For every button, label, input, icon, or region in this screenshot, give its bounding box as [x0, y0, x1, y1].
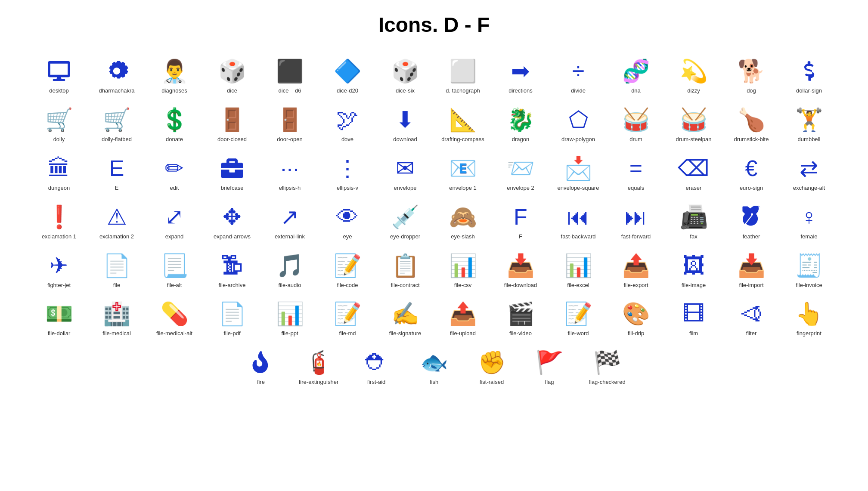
dog-label: dog: [747, 87, 756, 95]
icon-item-envelope 1: 📧envelope 1: [435, 151, 491, 195]
file-import-icon: 📥: [738, 253, 766, 278]
icon-item-euro-sign: €euro-sign: [723, 151, 779, 195]
dice-six-icon: 🎲: [391, 58, 419, 84]
icon-item-file-image: 🖼file-image: [666, 248, 722, 293]
female-label: female: [800, 233, 817, 241]
drafting-compass-label: drafting-compass: [441, 136, 484, 143]
envelope 1-label: envelope 1: [449, 185, 477, 192]
file-word-label: file-word: [567, 330, 589, 337]
icon-item-file-dollar: 💵file-dollar: [31, 296, 87, 341]
icon-item-female: ♀female: [781, 200, 837, 244]
door-open-icon: 🚪: [276, 107, 304, 133]
dice – d6-label: dice – d6: [279, 87, 301, 95]
exclamation 1-icon: ❗: [45, 204, 73, 230]
equals-label: equals: [628, 185, 644, 192]
dove-label: dove: [341, 136, 353, 143]
icon-item-file-archive: 🗜file-archive: [204, 248, 260, 293]
icon-item-file-contract: 📋file-contract: [377, 248, 433, 293]
icon-item-file: 📄file: [89, 248, 145, 293]
icon-item-file-signature: ✍file-signature: [377, 296, 433, 341]
door-closed-label: door-closed: [217, 136, 247, 143]
file-code-label: file-code: [337, 282, 358, 289]
icon-item-exclamation 1: ❗exclamation 1: [31, 200, 87, 244]
diagnoses-label: diagnoses: [161, 87, 187, 95]
fast-backward-label: fast-backward: [561, 233, 596, 241]
ellipsis-h-label: ellipsis-h: [279, 185, 301, 192]
eye-slash-icon: 🙈: [449, 204, 477, 230]
icon-item-exclamation 2: ⚠exclamation 2: [89, 200, 145, 244]
dumbbell-icon: 🏋: [795, 107, 823, 133]
dolly-icon: 🛒: [45, 107, 73, 133]
dharmachakra-icon: [105, 58, 128, 84]
icon-item-exchange-alt: ⇄exchange-alt: [781, 151, 837, 195]
icon-item-dice – d6: ⬛dice – d6: [262, 54, 318, 98]
drafting-compass-icon: 📐: [449, 107, 477, 133]
dolly-flatbed-label: dolly-flatbed: [102, 136, 132, 143]
flag-icon: 🚩: [536, 349, 564, 375]
icon-item-desktop: desktop: [31, 54, 87, 98]
icon-item-fist-raised: ✊fist-raised: [464, 345, 520, 389]
dog-icon: 🐕: [738, 58, 766, 84]
icon-item-file-ppt: 📊file-ppt: [262, 296, 318, 341]
fast-forward-icon: ⏭: [625, 204, 647, 230]
file-csv-label: file-csv: [454, 282, 471, 289]
envelope-label: envelope: [394, 185, 417, 192]
ellipsis-v-label: ellipsis-v: [337, 185, 358, 192]
fighter-jet-icon: ✈: [50, 253, 68, 278]
icon-item-fire: fire: [233, 345, 289, 389]
icon-item-download: ⬇download: [377, 102, 433, 147]
icon-item-d. tachograph: ⬜d. tachograph: [435, 54, 491, 98]
icon-item-donate: 💲donate: [146, 102, 202, 147]
icon-item-filter: ⏿filter: [723, 296, 779, 341]
icon-item-envelope: ✉envelope: [377, 151, 433, 195]
icon-item-flag-checkered: 🏁flag-checkered: [579, 345, 635, 389]
envelope-square-label: envelope-square: [558, 185, 599, 192]
file-import-label: file-import: [739, 282, 763, 289]
dolly-label: dolly: [53, 136, 65, 143]
desktop-label: desktop: [49, 87, 69, 95]
first-aid-icon: ⛑: [365, 349, 388, 375]
file-contract-label: file-contract: [391, 282, 419, 289]
eye-icon: 👁: [336, 204, 359, 230]
envelope 2-icon: 📨: [507, 155, 535, 181]
file-image-label: file-image: [682, 282, 706, 289]
fist-raised-label: fist-raised: [480, 379, 504, 386]
file-ppt-icon: 📊: [276, 301, 304, 327]
icon-item-divide: ÷divide: [550, 54, 606, 98]
download-icon: ⬇: [396, 107, 415, 133]
exclamation 1-label: exclamation 1: [42, 233, 76, 241]
file-ppt-label: file-ppt: [281, 330, 298, 337]
fast-backward-icon: ⏮: [567, 204, 589, 230]
file-export-icon: 📤: [622, 253, 650, 278]
ellipsis-v-icon: ⋮: [336, 155, 359, 181]
icon-item-equals: =equals: [608, 151, 664, 195]
icon-item-briefcase: briefcase: [204, 151, 260, 195]
icon-item-file-video: 🎬file-video: [493, 296, 549, 341]
eye-label: eye: [343, 233, 352, 241]
icon-grid: desktopdharmachakra👨‍⚕diagnoses🎲dice⬛dic…: [25, 54, 843, 389]
icon-item-file-export: 📤file-export: [608, 248, 664, 293]
icon-item-fast-forward: ⏭fast-forward: [608, 200, 664, 244]
door-closed-icon: 🚪: [218, 107, 246, 133]
file-image-icon: 🖼: [682, 253, 705, 278]
film-label: film: [689, 330, 698, 337]
icon-item-fire-extinguisher: 🧯fire-extinguisher: [291, 345, 347, 389]
file-md-icon: 📝: [334, 301, 362, 327]
icon-item-diagnoses: 👨‍⚕diagnoses: [146, 54, 202, 98]
equals-icon: =: [629, 155, 642, 181]
icon-item-fighter-jet: ✈fighter-jet: [31, 248, 87, 293]
icon-item-dragon: 🐉dragon: [493, 102, 549, 147]
edit-label: edit: [170, 185, 179, 192]
fax-label: fax: [690, 233, 697, 241]
file-icon: 📄: [103, 253, 131, 278]
icon-item-fax: 📠fax: [666, 200, 722, 244]
icon-item-file-code: 📝file-code: [319, 248, 375, 293]
icon-item-dice: 🎲dice: [204, 54, 260, 98]
file-medical-alt-label: file-medical-alt: [156, 330, 192, 337]
icon-item-directions: ➡directions: [493, 54, 549, 98]
exchange-alt-label: exchange-alt: [793, 185, 825, 192]
dizzy-icon: 💫: [680, 58, 708, 84]
icon-item-first-aid: ⛑first-aid: [348, 345, 404, 389]
briefcase-icon: [221, 155, 243, 181]
icon-item-dice-six: 🎲dice-six: [377, 54, 433, 98]
